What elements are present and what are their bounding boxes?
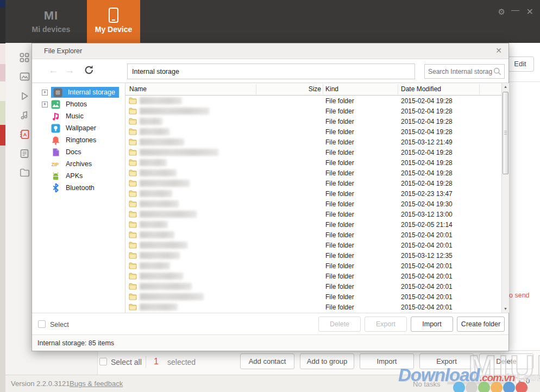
file-row[interactable]: File folder2015-02-04 19:28 xyxy=(125,116,501,127)
file-row[interactable]: File folder2015-02-04 19:30 xyxy=(125,199,501,209)
tree-item-apks[interactable]: APKs xyxy=(32,170,125,182)
redacted-file-name xyxy=(140,211,197,218)
scrollbar-thumb[interactable] xyxy=(503,92,508,174)
column-date-modified[interactable]: Date Modified xyxy=(401,85,441,93)
apps-icon xyxy=(19,52,30,63)
file-row[interactable]: File folder2015-02-04 20:01 xyxy=(125,281,501,292)
forward-arrow-icon[interactable]: → xyxy=(65,65,74,76)
kind-cell: File folder xyxy=(325,293,354,301)
tree-indent xyxy=(42,185,48,191)
folder-icon xyxy=(129,169,137,179)
file-row[interactable]: File folder2015-03-12 12:35 xyxy=(125,250,501,261)
kind-cell: File folder xyxy=(325,159,354,167)
dialog-close-icon[interactable]: ✕ xyxy=(495,46,502,55)
add-contact-button[interactable]: Add contact xyxy=(240,353,294,369)
file-row[interactable]: File folder2015-02-04 19:28 xyxy=(125,178,501,188)
expand-plus-icon[interactable]: + xyxy=(42,102,48,108)
tree-item-photos[interactable]: +Photos xyxy=(32,98,125,110)
minimize-icon[interactable]: — xyxy=(511,4,519,15)
tab-mi-devices[interactable]: MI Mi devices xyxy=(15,0,87,43)
tree-item-internal-storage[interactable]: +Internal storage xyxy=(32,86,125,98)
file-row[interactable]: File folder2015-03-12 13:00 xyxy=(125,209,501,219)
file-row[interactable]: File folder2015-02-04 19:28 xyxy=(125,147,501,157)
scroll-down-icon[interactable]: ▼ xyxy=(502,305,509,313)
svg-text:ZIP: ZIP xyxy=(52,161,59,167)
kind-cell: File folder xyxy=(325,252,354,260)
redacted-file-name xyxy=(140,231,174,238)
file-row[interactable]: File folder2015-02-04 20:01 xyxy=(125,261,501,271)
settings-gear-icon[interactable]: ⚙ xyxy=(498,7,505,17)
tree-item-ringtones[interactable]: Ringtones xyxy=(32,134,125,146)
docs-icon xyxy=(51,148,60,157)
column-separator xyxy=(479,84,480,94)
refresh-icon[interactable] xyxy=(84,65,95,78)
tree-item-label: Bluetooth xyxy=(64,183,97,193)
import-button[interactable]: Import xyxy=(411,317,453,332)
table-header[interactable]: Name Size Kind Date Modified xyxy=(125,83,508,96)
file-row[interactable]: File folder2015-02-04 20:01 xyxy=(125,240,501,250)
redacted-file-name xyxy=(140,293,204,300)
folder-icon xyxy=(129,97,137,106)
expand-plus-icon[interactable]: + xyxy=(42,90,48,96)
tab-my-device[interactable]: My Device xyxy=(87,0,140,43)
tree-item-bluetooth[interactable]: Bluetooth xyxy=(32,182,125,194)
kind-cell: File folder xyxy=(325,128,354,136)
file-row[interactable]: File folder2015-02-23 13:47 xyxy=(125,188,501,199)
select-all-checkbox[interactable] xyxy=(99,358,107,365)
search-input[interactable] xyxy=(428,65,492,78)
file-row[interactable]: File folder2015-02-04 20:01 xyxy=(125,230,501,240)
back-arrow-icon[interactable]: ← xyxy=(48,65,58,76)
tree-indent xyxy=(42,137,48,143)
column-name[interactable]: Name xyxy=(129,85,147,93)
delete-button[interactable]: Delete xyxy=(318,317,361,332)
export-button[interactable]: Export xyxy=(419,353,474,369)
redacted-file-name xyxy=(140,221,168,228)
file-row[interactable]: File folder2015-02-04 19:28 xyxy=(125,106,501,116)
vertical-scrollbar[interactable]: ▲ ▼ xyxy=(501,83,509,313)
address-input[interactable] xyxy=(127,64,415,79)
select-checkbox[interactable] xyxy=(38,320,46,328)
task-arrow-icon[interactable]: ▲ xyxy=(515,376,524,385)
version-label: Version 2.2.0.3121 xyxy=(11,380,70,388)
file-row[interactable]: File folder2015-02-04 19:28 xyxy=(125,157,501,168)
item-count-text: Internal storage: 85 items xyxy=(37,339,114,347)
import-button[interactable]: Import xyxy=(360,353,414,369)
create-folder-button[interactable]: Create folder xyxy=(457,317,505,332)
tree-item-docs[interactable]: Docs xyxy=(32,146,125,158)
bugs-feedback-link[interactable]: Bugs & feedback xyxy=(70,380,123,388)
scroll-up-icon[interactable]: ▲ xyxy=(502,83,509,91)
tree-item-music[interactable]: Music xyxy=(32,110,125,122)
file-row[interactable]: File folder2015-03-12 21:49 xyxy=(125,137,501,147)
delete-button[interactable]: Delete xyxy=(479,353,533,369)
file-row[interactable]: File folder2015-02-04 20:01 xyxy=(125,271,501,281)
export-button[interactable]: Export xyxy=(365,317,407,332)
kind-cell: File folder xyxy=(325,190,354,198)
date-modified-cell: 2015-02-04 19:28 xyxy=(401,159,453,167)
file-row[interactable]: File folder2015-02-04 20:01 xyxy=(125,302,501,312)
redacted-file-name xyxy=(140,273,183,280)
redacted-file-name xyxy=(140,159,167,166)
folder-icon xyxy=(129,189,137,199)
add-to-group-button[interactable]: Add to group xyxy=(300,353,354,369)
edit-button[interactable]: Edit xyxy=(506,56,534,72)
column-size[interactable]: Size xyxy=(288,85,321,93)
tree-item-archives[interactable]: ZIPArchives xyxy=(32,158,125,170)
folder-icon xyxy=(129,138,137,148)
close-icon[interactable]: ✕ xyxy=(526,7,533,17)
column-kind[interactable]: Kind xyxy=(325,85,338,93)
tree-item-label: Archives xyxy=(64,159,94,169)
file-row[interactable]: File folder2015-02-04 19:28 xyxy=(125,96,501,106)
redacted-file-name xyxy=(140,108,209,115)
file-row[interactable]: File folder2015-02-04 19:28 xyxy=(125,127,501,137)
storage-icon xyxy=(53,88,62,97)
tree-item-wallpaper[interactable]: Wallpaper xyxy=(32,122,125,134)
search-icon[interactable] xyxy=(493,67,501,78)
file-row[interactable]: File folder2015-02-04 20:01 xyxy=(125,292,501,302)
file-row[interactable]: File folder2015-02-04 19:28 xyxy=(125,168,501,178)
folder-icon xyxy=(129,262,137,271)
selected-label: selected xyxy=(167,358,196,366)
file-row[interactable]: File folder2015-02-05 21:14 xyxy=(125,219,501,230)
dialog-title-bar[interactable]: File Explorer ✕ xyxy=(32,43,508,59)
tree-indent xyxy=(42,113,48,119)
divider xyxy=(509,81,540,82)
